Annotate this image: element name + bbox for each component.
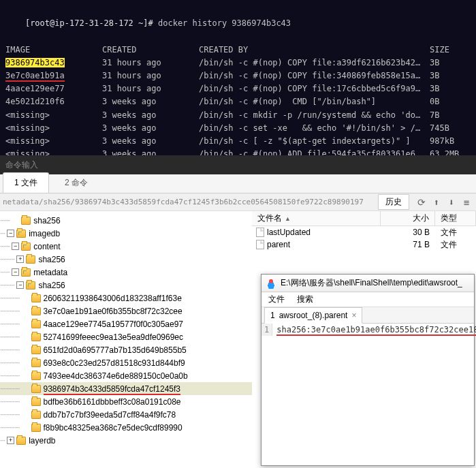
- tree-label: bdfbe36b6161dbbbeff3c08a0191c08e: [44, 397, 181, 407]
- tree-node[interactable]: ················693e8c0c23ed257d81518c93…: [0, 356, 252, 369]
- folder-icon: [16, 230, 26, 238]
- path-text[interactable]: netadata/sha256/9386974b3c433d5859fcda47…: [0, 198, 375, 206]
- terminal-row: 9386974b3c4331 hours ago/bin/sh -c #(nop…: [5, 57, 471, 69]
- menu-search[interactable]: 搜索: [297, 294, 313, 305]
- tree-expando[interactable]: −: [12, 243, 19, 250]
- history-button[interactable]: 历史: [378, 194, 409, 210]
- th-size: SIZE: [430, 44, 471, 57]
- col-type[interactable]: 类型: [435, 211, 476, 225]
- tree-expando[interactable]: −: [16, 281, 24, 289]
- terminal-row: <missing>3 weeks ago/bin/sh -c mkdir -p …: [5, 109, 471, 122]
- prompt: [root@ip-172-31-28-172 ~]#: [25, 18, 153, 28]
- tree-node[interactable]: ················bdfbe36b6161dbbbeff3c08a…: [0, 395, 252, 408]
- tree-node[interactable]: ················9386974b3c433d5859fcda47…: [0, 382, 252, 395]
- tree-label: sha256: [33, 216, 60, 225]
- folder-icon: [31, 359, 41, 367]
- editor-content[interactable]: 1 sha256:3e7c0ae1b91ae0f6b355bc8f72c32ce…: [261, 324, 474, 336]
- terminal-row: <missing>3 weeks ago/bin/sh -c #(nop) AD…: [5, 148, 471, 155]
- command-input-placeholder: 命令输入: [5, 159, 38, 171]
- folder-icon: [31, 372, 41, 380]
- tree-node[interactable]: ····+layerdb: [0, 434, 252, 447]
- tree-node[interactable]: ················52741699feeec9ea13e5ea9d…: [0, 330, 252, 343]
- folder-icon: [16, 437, 26, 445]
- folder-icon: [21, 268, 31, 277]
- tree-node[interactable]: ········sha256: [0, 214, 252, 227]
- tree-label: 3e7c0ae1b91ae0f6b355bc8f72c32cee: [44, 307, 183, 316]
- th-created: CREATED: [102, 44, 199, 57]
- editor-menu: 文件 搜索: [261, 292, 474, 307]
- tree-label: 52741699feeec9ea13e5ea9dfe0969ec: [44, 332, 184, 342]
- close-icon[interactable]: ×: [351, 311, 356, 320]
- refresh-icon[interactable]: ⟳: [416, 197, 427, 208]
- folder-icon: [21, 217, 31, 225]
- folder-icon: [21, 243, 31, 251]
- tree-label: 26063211938643006d183238aff1f63e: [44, 294, 182, 303]
- tree-label: sha256: [38, 255, 65, 264]
- terminal-row: <missing>3 weeks ago/bin/sh -c [ -z "$(a…: [5, 135, 471, 148]
- tree-label: ddb7b7c7bf39eeda5d7cff84a4f9fc78: [44, 410, 176, 420]
- folder-icon: [31, 411, 41, 419]
- tree-node[interactable]: ········−metadata: [0, 266, 252, 279]
- terminal-row: <missing>3 weeks ago/bin/sh -c set -xe &…: [5, 122, 471, 135]
- col-size[interactable]: 大小: [381, 211, 435, 225]
- editor-window[interactable]: E:\网络\服务器\shell\FinalShell\temp\edit\aws…: [261, 274, 475, 466]
- gutter: 1: [261, 324, 272, 336]
- tree-node[interactable]: ················26063211938643006d183238…: [0, 292, 252, 305]
- tree-label: 7493ee4dc386374e6de889150c0e0a0b: [44, 371, 188, 381]
- folder-icon: [26, 281, 35, 290]
- path-bar: netadata/sha256/9386974b3c433d5859fcda47…: [0, 193, 476, 211]
- tree-label: metadata: [33, 268, 67, 277]
- tree-expando[interactable]: −: [7, 230, 14, 237]
- th-createdby: CREATED BY: [199, 44, 430, 57]
- file-icon: [256, 240, 264, 249]
- tab-commands[interactable]: 2 命令: [53, 172, 99, 193]
- terminal-row: 4aace129ee7731 hours ago/bin/sh -c #(nop…: [5, 82, 471, 95]
- editor-titlebar[interactable]: E:\网络\服务器\shell\FinalShell\temp\edit\aws…: [261, 275, 474, 292]
- tree-label: 693e8c0c23ed257d81518c931d844bf9: [44, 358, 185, 368]
- tree-node[interactable]: ············+sha256: [0, 253, 252, 266]
- download-icon[interactable]: ⬇: [446, 197, 457, 208]
- tree-expando[interactable]: +: [16, 255, 24, 263]
- folder-icon: [31, 424, 41, 432]
- tree-expando[interactable]: −: [12, 268, 19, 276]
- tree-node[interactable]: ····−imagedb: [0, 227, 252, 240]
- terminal-row: 3e7c0ae1b91a31 hours ago/bin/sh -c #(nop…: [5, 69, 471, 82]
- terminal-output: [root@ip-172-31-28-172 ~]# docker histor…: [0, 0, 476, 155]
- folder-icon: [26, 255, 35, 264]
- command-input-bar[interactable]: 命令输入: [0, 155, 476, 174]
- file-icon: [256, 228, 264, 237]
- tree-node[interactable]: ················651fd2d0a695777ab7b135d6…: [0, 343, 252, 356]
- folder-icon: [31, 385, 41, 393]
- tree-node[interactable]: ········−content: [0, 240, 252, 253]
- tree-node[interactable]: ················4aace129ee7745a19577f0f0…: [0, 317, 252, 330]
- tree-label: imagedb: [29, 229, 60, 238]
- sort-asc-icon: ▲: [285, 215, 291, 222]
- tree-view[interactable]: ········sha256····−imagedb········−conte…: [0, 211, 252, 467]
- folder-icon: [31, 307, 41, 315]
- java-icon: [266, 278, 276, 289]
- tree-node[interactable]: ················ddb7b7c7bf39eeda5d7cff84…: [0, 408, 252, 421]
- tree-label: layerdb: [29, 436, 55, 446]
- tree-node[interactable]: ················f8b9bc48325ea368c7e5dec9…: [0, 421, 252, 434]
- upload-icon[interactable]: ⬆: [431, 197, 442, 208]
- tree-label: content: [33, 242, 60, 251]
- tree-node[interactable]: ············−sha256: [0, 279, 252, 292]
- menu-icon[interactable]: ≡: [461, 197, 472, 208]
- file-row[interactable]: lastUpdated30 B文件: [252, 226, 476, 238]
- editor-tab[interactable]: 1 awsroot_(8).parent ×: [264, 307, 362, 324]
- col-name[interactable]: 文件名 ▲: [252, 211, 381, 225]
- tree-node[interactable]: ················3e7c0ae1b91ae0f6b355bc8f…: [0, 305, 252, 317]
- tree-label: 4aace129ee7745a19577f0f0c305ae97: [44, 319, 184, 329]
- tree-label: sha256: [38, 281, 65, 290]
- folder-icon: [31, 320, 41, 328]
- folder-icon: [31, 333, 41, 341]
- tab-files[interactable]: 1 文件: [3, 172, 49, 193]
- menu-file[interactable]: 文件: [268, 294, 285, 305]
- tree-label: f8b9bc48325ea368c7e5dec9cdf89990: [44, 423, 183, 433]
- tree-expando[interactable]: +: [7, 437, 14, 444]
- terminal-row: 4e5021d210f63 weeks ago/bin/sh -c #(nop)…: [5, 95, 471, 108]
- tree-node[interactable]: ················7493ee4dc386374e6de88915…: [0, 369, 252, 382]
- file-row[interactable]: parent71 B文件: [252, 238, 476, 251]
- th-image: IMAGE: [5, 44, 102, 57]
- editor-title-text: E:\网络\服务器\shell\FinalShell\temp\edit\aws…: [281, 277, 462, 289]
